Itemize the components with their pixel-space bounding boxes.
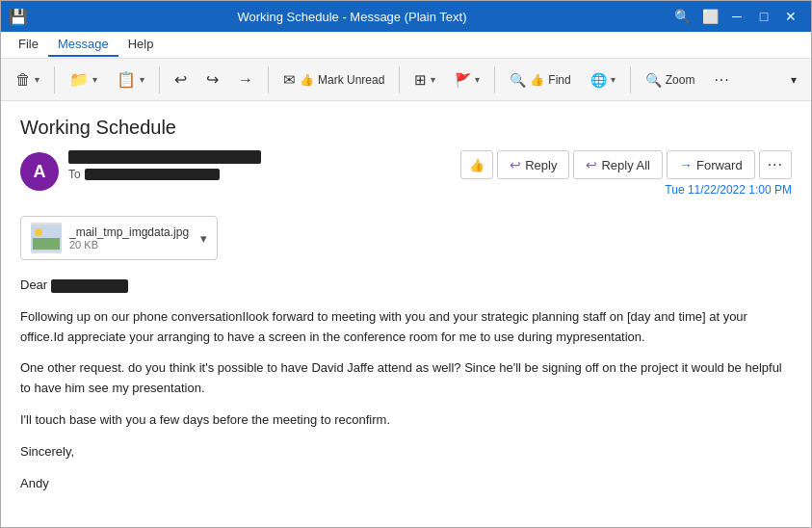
email-body: Dear Following up on our phone conversat…	[20, 276, 792, 493]
attachment-item[interactable]: _mail_tmp_imgdata.jpg 20 KB ▾	[20, 216, 218, 260]
window-title: Working Schedule - Message (Plain Text)	[36, 10, 668, 24]
more-actions-button[interactable]: ···	[759, 150, 792, 179]
email-greeting: Dear	[20, 276, 792, 296]
email-signature: Andy	[20, 474, 792, 494]
menu-bar: File Message Help	[1, 32, 811, 59]
email-content-area: Working Schedule A To 👍 ↩ Reply	[1, 101, 811, 527]
forward-nav-icon: →	[238, 71, 253, 89]
flag-button[interactable]: 🚩 ▾	[446, 65, 488, 95]
email-action-panel: 👍 ↩ Reply ↩ Reply All → Forward ···	[460, 150, 792, 204]
image-file-icon	[31, 224, 62, 251]
menu-file[interactable]: File	[9, 33, 48, 57]
sender-avatar: A	[20, 152, 59, 191]
toolbar-separator-4	[399, 66, 400, 93]
avatar-initial: A	[34, 162, 46, 182]
attachment-preview-icon	[31, 223, 62, 253]
apps-icon: ⊞	[414, 71, 427, 89]
toolbar-separator-2	[159, 66, 160, 93]
move-icon: 📁	[69, 70, 89, 89]
toolbar-expand-button[interactable]: ▾	[782, 65, 805, 95]
zoom-button[interactable]: 🔍 Zoom	[637, 65, 704, 95]
forward-icon: →	[679, 157, 693, 172]
apps-button[interactable]: ⊞ ▾	[406, 65, 444, 95]
apps-dropdown-icon: ▾	[431, 74, 435, 85]
mark-unread-button[interactable]: ✉ 👍 Mark Unread	[275, 65, 393, 95]
attachment-dropdown-icon[interactable]: ▾	[200, 231, 207, 246]
sender-info: To	[68, 150, 460, 181]
attachment-size: 20 KB	[69, 239, 189, 251]
more-toolbar-icon: ···	[714, 71, 729, 89]
find-button[interactable]: 🔍 👍 Find	[501, 65, 579, 95]
mark-unread-label: 👍	[300, 73, 314, 87]
delete-button[interactable]: 🗑 ▾	[7, 65, 48, 95]
find-label: 👍	[530, 73, 544, 87]
mark-unread-icon: ✉	[283, 71, 296, 89]
flag-dropdown-icon: ▾	[475, 74, 480, 85]
expand-icon: ▾	[791, 73, 797, 87]
window-controls: 🔍 ⬜ ─ □ ✕	[668, 4, 803, 29]
email-paragraph-1: Following up on our phone conversationIl…	[20, 307, 792, 348]
to-label: To	[68, 168, 81, 181]
zoom-label: Zoom	[666, 73, 695, 87]
translate-icon: 🌐	[590, 72, 607, 88]
email-action-buttons: 👍 ↩ Reply ↩ Reply All → Forward ···	[460, 150, 792, 179]
toolbar-separator-5	[494, 66, 495, 93]
back-button[interactable]: ↩	[166, 65, 196, 95]
forward-button[interactable]: → Forward	[667, 150, 755, 179]
move-button[interactable]: 📁 ▾	[61, 65, 106, 95]
like-button[interactable]: 👍	[460, 150, 493, 179]
more-actions-icon: ···	[768, 156, 783, 173]
find-text: Find	[548, 73, 570, 87]
more-toolbar-button[interactable]: ···	[705, 65, 738, 95]
sender-to: To	[68, 168, 460, 181]
reply-label: Reply	[525, 158, 557, 172]
find-icon: 🔍	[510, 72, 526, 88]
recipient-redacted	[85, 169, 220, 180]
svg-point-2	[35, 228, 42, 236]
maximize-button[interactable]: □	[751, 4, 776, 29]
undo-button[interactable]: ↪	[197, 65, 227, 95]
reply-all-label: Reply All	[601, 158, 650, 172]
email-subject: Working Schedule	[20, 117, 792, 139]
move-dropdown-icon: ▾	[92, 74, 97, 85]
app-icon: 💾	[9, 8, 28, 26]
sender-name-redacted	[68, 150, 261, 164]
svg-rect-1	[33, 238, 60, 250]
flag-icon: 🚩	[455, 72, 471, 88]
reply-all-button[interactable]: ↩ Reply All	[573, 150, 663, 179]
email-date: Tue 11/22/2022 1:00 PM	[665, 183, 792, 197]
translate-button[interactable]: 🌐 ▾	[582, 65, 624, 95]
toolbar: 🗑 ▾ 📁 ▾ 📋 ▾ ↩ ↪ → ✉ 👍 Mark Unread ⊞ ▾ 🚩 …	[1, 59, 811, 101]
forward-nav-button[interactable]: →	[229, 65, 262, 95]
toolbar-separator-6	[630, 66, 631, 93]
delete-dropdown-icon: ▾	[35, 74, 39, 85]
email-header: A To 👍 ↩ Reply ↩ Reply All	[20, 150, 792, 204]
toolbar-separator-1	[54, 66, 55, 93]
greeting-name-redacted	[51, 279, 128, 293]
copy-dropdown-icon: ▾	[140, 74, 144, 85]
menu-message[interactable]: Message	[48, 33, 118, 57]
back-icon: ↩	[174, 70, 187, 89]
translate-dropdown-icon: ▾	[611, 74, 616, 85]
toolbar-separator-3	[268, 66, 269, 93]
email-paragraph-2: One other request. do you think it's pos…	[20, 358, 792, 399]
menu-help[interactable]: Help	[118, 33, 164, 57]
close-button[interactable]: ✕	[778, 4, 803, 29]
reply-icon: ↩	[510, 157, 521, 172]
search-button[interactable]: 🔍	[668, 4, 695, 29]
delete-icon: 🗑	[15, 71, 31, 89]
reply-all-icon: ↩	[586, 157, 597, 172]
restore-button[interactable]: ⬜	[697, 4, 722, 29]
zoom-icon: 🔍	[645, 72, 662, 88]
title-bar: 💾 Working Schedule - Message (Plain Text…	[1, 1, 811, 32]
attachment-name: _mail_tmp_imgdata.jpg	[69, 225, 189, 239]
attachment-details: _mail_tmp_imgdata.jpg 20 KB	[69, 225, 189, 251]
email-paragraph-3: I'll touch base with you a few days befo…	[20, 410, 792, 431]
undo-icon: ↪	[206, 70, 219, 89]
reply-button[interactable]: ↩ Reply	[497, 150, 569, 179]
copy-button[interactable]: 📋 ▾	[108, 65, 153, 95]
like-icon: 👍	[469, 158, 485, 172]
copy-icon: 📋	[117, 70, 136, 89]
minimize-button[interactable]: ─	[724, 4, 749, 29]
email-closing: Sincerely,	[20, 442, 792, 462]
